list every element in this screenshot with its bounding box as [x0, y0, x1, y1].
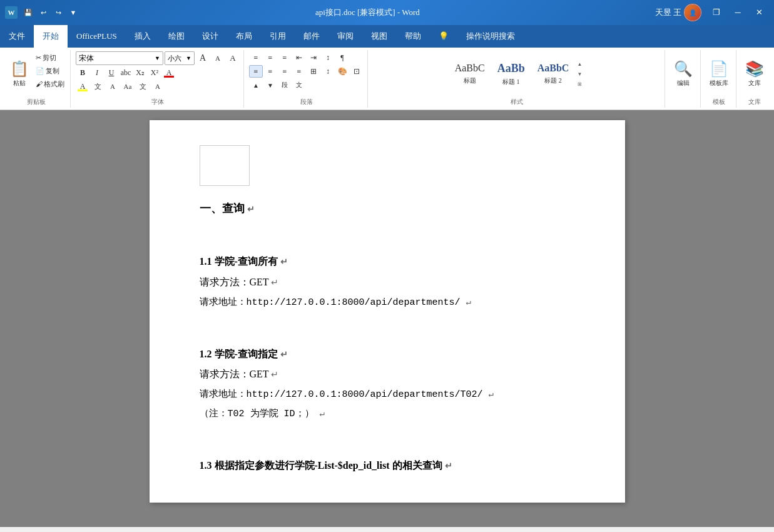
clipboard-secondary: ✂ 剪切 📄 复制 🖌 格式刷 [34, 51, 66, 90]
bullets-button[interactable]: ≡ [249, 51, 263, 64]
font-selector-row: 宋体 ▼ 小六 ▼ A A A [76, 51, 240, 65]
show-marks-button[interactable]: ¶ [335, 51, 349, 64]
avatar[interactable]: 👤 [684, 4, 701, 21]
superscript-button[interactable]: X² [148, 66, 161, 79]
justify-button[interactable]: ≡ [292, 65, 306, 78]
increase-para-spacing-button[interactable]: ▼ [263, 79, 277, 91]
menu-file[interactable]: 文件 [0, 25, 34, 48]
align-center-button[interactable]: ≡ [263, 65, 277, 78]
save-button[interactable]: 💾 [21, 7, 35, 18]
quick-access-toolbar: 💾 ↩ ↪ ▼ [21, 7, 80, 18]
cut-button[interactable]: ✂ 剪切 [34, 51, 66, 64]
template-group-content: 📄 模板库 [706, 51, 732, 96]
paste-button[interactable]: 📋 粘贴 [6, 51, 33, 96]
paragraph-group: ≡ ≡ ≡ ⇤ ⇥ ↕ ¶ ≡ ≡ ≡ ≡ ⊞ ↕ 🎨 ⊡ [245, 50, 368, 108]
menu-review[interactable]: 审阅 [328, 25, 362, 48]
menu-officeplus[interactable]: OfficePLUS [68, 25, 126, 48]
document-content: 一、查询 ↵ 1.1 学院-查询所有 ↵ 请求方法：GET ↵ 请求地址：htt… [200, 145, 575, 475]
align-right-button[interactable]: ≡ [278, 65, 292, 78]
styles-scroll-down[interactable]: ▼ [575, 69, 584, 78]
template-button[interactable]: 📄 模板库 [706, 51, 732, 96]
menu-mailings[interactable]: 邮件 [295, 25, 328, 48]
menu-tell-me[interactable]: 操作说明搜索 [457, 25, 524, 48]
copy-button[interactable]: 📄 复制 [34, 64, 66, 77]
title-bar-right: 天昱 王 👤 ❐ ─ ✕ [655, 4, 769, 21]
multilevel-list-button[interactable]: ≡ [278, 51, 292, 64]
menu-insert[interactable]: 插入 [126, 25, 160, 48]
font-family-selector[interactable]: 宋体 ▼ [76, 51, 163, 65]
customize-qat-button[interactable]: ▼ [66, 7, 80, 18]
styles-expand[interactable]: ⊞ [575, 79, 584, 88]
text-highlight-button[interactable]: A [76, 80, 89, 93]
paste-label: 粘贴 [13, 79, 26, 88]
font-size-selector[interactable]: 小六 ▼ [165, 51, 195, 65]
menu-layout[interactable]: 布局 [227, 25, 261, 48]
columns-button[interactable]: ⊞ [307, 65, 320, 78]
format-painter-icon: 🖌 [36, 80, 43, 88]
font-style-extra-button[interactable]: A [106, 80, 120, 93]
font-family-value: 宋体 [79, 53, 155, 64]
menu-references[interactable]: 引用 [261, 25, 295, 48]
redo-button[interactable]: ↪ [51, 7, 65, 18]
align-left-button[interactable]: ≡ [249, 65, 263, 78]
borders-button[interactable]: ⊡ [350, 65, 364, 78]
numbering-button[interactable]: ≡ [263, 51, 277, 64]
return-mark-1-2: ↵ [280, 350, 288, 359]
extra-format-row: A 文 A Aa 文 A [76, 80, 165, 93]
sort-button[interactable]: ↕ [321, 51, 335, 64]
header-box [200, 145, 250, 186]
paragraph-shading-button[interactable]: 🎨 [335, 65, 349, 78]
paragraph-group-content: ≡ ≡ ≡ ⇤ ⇥ ↕ ¶ ≡ ≡ ≡ ≡ ⊞ ↕ 🎨 ⊡ [249, 51, 364, 96]
font-color-button[interactable]: A [162, 66, 176, 79]
title-bar: W 💾 ↩ ↪ ▼ api接口.doc [兼容模式] - Word 天昱 王 👤… [0, 0, 774, 25]
undo-button[interactable]: ↩ [36, 7, 50, 18]
style-heading1[interactable]: AaBb 标题 1 [492, 51, 530, 96]
return-mark-method-1-2: ↵ [271, 370, 278, 379]
style-normal[interactable]: AaBbC 标题 [450, 51, 490, 96]
section-1-3-heading: 1.3 根据指定参数进行学院-List-$dep_id_list 的相关查询 ↵ [200, 457, 575, 475]
style-heading2[interactable]: AaBbC 标题 2 [532, 51, 574, 96]
styles-group-content: AaBbC 标题 AaBb 标题 1 AaBbC 标题 2 ▲ ▼ ⊞ [450, 51, 584, 96]
styles-scroll: ▲ ▼ ⊞ [575, 59, 584, 88]
menu-design[interactable]: 设计 [193, 25, 227, 48]
edit-group-content: 🔍 编辑 [670, 51, 696, 98]
line-spacing-button[interactable]: ↕ [321, 65, 335, 78]
decrease-font-button[interactable]: A [211, 52, 225, 64]
format-painter-button[interactable]: 🖌 格式刷 [34, 78, 66, 90]
clear-format-button[interactable]: A [226, 52, 240, 64]
font-shading-button[interactable]: 文 [91, 80, 104, 93]
menu-draw[interactable]: 绘图 [160, 25, 193, 48]
change-case-button[interactable]: Aa [121, 80, 135, 93]
url-1-1: 请求地址：http://127.0.0.1:8000/api/departmen… [200, 294, 575, 311]
bold-button[interactable]: B [76, 66, 89, 79]
style-h2-preview: AaBbC [537, 63, 569, 74]
close-button[interactable]: ✕ [749, 4, 769, 21]
phonetic-button[interactable]: 文 [136, 80, 150, 93]
menu-lightbulb[interactable]: 💡 [430, 25, 457, 48]
underline-button[interactable]: U [104, 66, 118, 79]
increase-font-button[interactable]: A [196, 52, 210, 64]
strikethrough-button[interactable]: abc [119, 66, 133, 79]
decrease-indent-button[interactable]: ⇤ [292, 51, 306, 64]
increase-indent-button[interactable]: ⇥ [307, 51, 320, 64]
edit-button[interactable]: 🔍 编辑 [670, 51, 696, 96]
edit-group: 🔍 编辑 [666, 50, 701, 108]
library-group: 📚 文库 文库 [738, 50, 771, 108]
menu-home[interactable]: 开始 [34, 25, 68, 48]
italic-button[interactable]: I [90, 66, 104, 79]
font-size-dropdown-icon: ▼ [186, 55, 191, 61]
section-1-1-spacer [200, 228, 575, 247]
menu-view[interactable]: 视图 [362, 25, 396, 48]
border-char-button[interactable]: A [151, 80, 165, 93]
styles-scroll-up[interactable]: ▲ [575, 59, 584, 68]
library-button[interactable]: 📚 文库 [741, 51, 768, 96]
restore-down-button[interactable]: ❐ [706, 4, 726, 21]
library-icon: 📚 [745, 60, 764, 78]
para-extra1-button[interactable]: 段 [278, 79, 292, 91]
subscript-button[interactable]: X₂ [133, 66, 147, 79]
decrease-para-spacing-button[interactable]: ▲ [249, 79, 263, 91]
edit-label: 编辑 [677, 79, 690, 88]
para-extra2-button[interactable]: 文 [292, 79, 306, 91]
menu-help[interactable]: 帮助 [396, 25, 430, 48]
minimize-button[interactable]: ─ [728, 4, 748, 21]
